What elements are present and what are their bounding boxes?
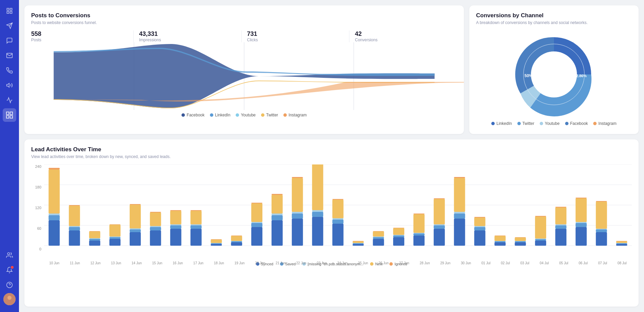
svg-rect-170 [596,202,607,229]
svg-rect-142 [494,242,506,246]
svg-rect-130 [434,199,445,224]
svg-rect-64 [170,224,181,225]
x-label: 01 Jul [481,261,491,265]
x-label: 15 Jun [152,261,162,265]
svg-rect-110 [352,241,364,243]
svg-marker-6 [7,83,9,87]
svg-rect-154 [535,239,546,239]
svg-rect-98 [312,212,323,217]
svg-rect-173 [616,243,627,244]
x-label: 12 Jun [90,261,101,265]
dashboard-icon[interactable] [3,108,16,122]
svg-rect-125 [413,214,425,233]
svg-rect-72 [211,244,222,246]
svg-rect-81 [231,236,242,236]
x-label: 08 Jul [618,261,627,265]
svg-rect-52 [130,232,141,246]
svg-rect-44 [89,238,100,239]
svg-rect-162 [576,227,587,246]
megaphone-icon[interactable] [3,79,16,92]
x-label: 20 Jun [255,261,265,265]
sidebar [0,0,19,312]
svg-rect-9 [10,116,13,118]
x-label: 04 Jul [540,261,549,265]
funnel-stat-posts: 558 Posts [31,30,134,42]
svg-rect-105 [332,200,344,218]
y-label-120: 120 [31,206,41,210]
svg-rect-124 [413,233,425,233]
svg-point-11 [7,253,10,255]
twitter-label: Twitter [266,113,278,117]
x-label: 30 Jun [461,261,471,265]
impressions-label: Impressions [139,38,236,42]
x-label: 18 Jun [214,261,224,265]
svg-rect-96 [292,177,303,178]
main-content: Posts to Conversions Posts to website co… [19,0,644,312]
svg-rect-156 [535,216,546,217]
linechart-icon[interactable] [3,93,16,107]
svg-rect-32 [48,220,60,246]
svg-rect-111 [352,241,364,241]
svg-rect-74 [211,243,222,243]
send-icon[interactable] [3,19,16,32]
svg-rect-71 [191,210,202,211]
twitter-dot [261,113,264,117]
svg-rect-167 [596,232,607,246]
svg-rect-138 [474,227,486,230]
svg-rect-165 [576,198,587,222]
posts-label: Posts [31,38,128,42]
phone-icon[interactable] [3,64,16,77]
svg-rect-86 [251,203,262,203]
svg-rect-75 [211,240,222,243]
x-label: 13 Jun [111,261,121,265]
svg-rect-57 [150,230,161,246]
youtube-label: Youtube [241,113,256,117]
svg-rect-36 [48,168,60,170]
svg-rect-61 [150,212,161,213]
svg-rect-150 [515,238,526,241]
svg-text:4.8%: 4.8% [566,42,574,45]
svg-rect-114 [373,237,384,237]
help-icon[interactable] [3,278,16,292]
ch-legend-twitter: Twitter [517,121,534,126]
funnel-stat-impressions: 43,331 Impressions [134,30,242,42]
svg-rect-68 [191,225,202,229]
legend-instagram: Instagram [283,113,306,117]
svg-rect-47 [109,239,121,246]
svg-point-15 [7,296,12,300]
ch-legend-instagram: Instagram [593,121,616,126]
svg-rect-93 [292,214,303,219]
lead-chart-container: 0 60 120 180 240 [31,164,632,259]
grid-icon[interactable] [3,4,16,18]
avatar[interactable] [3,293,16,305]
svg-rect-54 [130,228,141,229]
svg-rect-1 [10,8,12,10]
y-label-240: 240 [31,164,41,169]
x-label: 21 Jun [276,261,286,265]
ch-facebook-label: Facebook [570,121,588,126]
mail-icon[interactable] [3,49,16,62]
svg-rect-131 [434,198,445,199]
svg-rect-134 [454,212,465,214]
svg-rect-3 [10,12,12,14]
svg-rect-155 [535,217,546,239]
ch-youtube-label: Youtube [545,121,560,126]
svg-rect-122 [413,236,425,246]
svg-rect-67 [191,229,202,246]
svg-rect-77 [231,242,242,246]
svg-rect-50 [109,225,121,237]
svg-rect-145 [494,236,506,241]
svg-rect-132 [454,219,465,246]
svg-rect-79 [231,241,242,241]
svg-rect-45 [89,231,100,238]
svg-rect-78 [231,241,242,242]
people-icon[interactable] [3,248,16,262]
ch-legend-facebook: Facebook [565,121,588,126]
svg-rect-0 [7,8,9,10]
bell-icon[interactable] [3,263,16,277]
svg-rect-164 [576,222,587,223]
chat-icon[interactable] [3,34,16,47]
svg-rect-118 [393,236,404,237]
instagram-dot [283,113,287,117]
clicks-label: Clicks [247,38,344,42]
